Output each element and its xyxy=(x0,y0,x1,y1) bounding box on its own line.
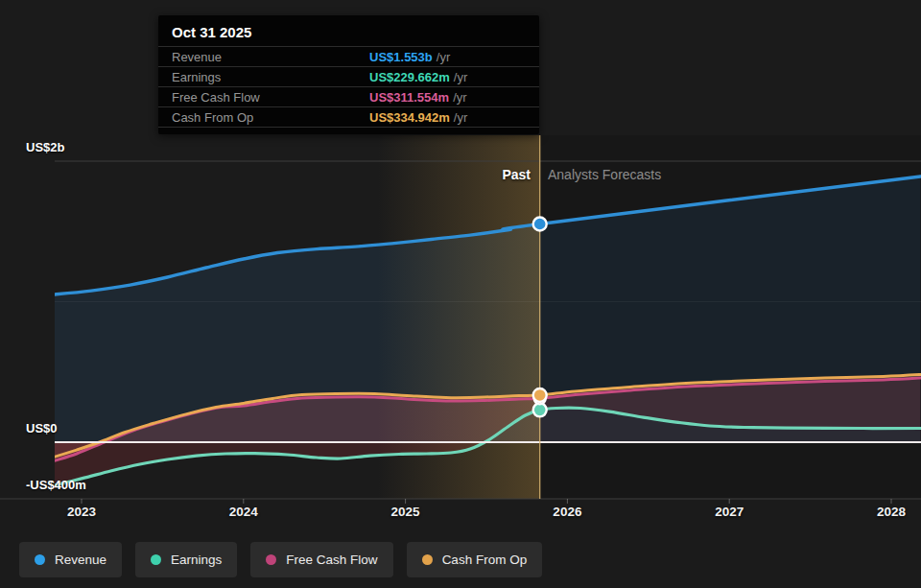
chart-tooltip: Oct 31 2025 RevenueUS$1.553b/yrEarningsU… xyxy=(158,15,539,134)
tooltip-row-label: Earnings xyxy=(172,70,369,84)
x-axis-tick-label: 2023 xyxy=(67,505,96,519)
tooltip-row: Cash From OpUS$334.942m/yr xyxy=(158,106,539,128)
legend-dot-icon xyxy=(422,554,433,565)
legend-item-free-cash-flow[interactable]: Free Cash Flow xyxy=(250,542,392,577)
x-axis-tick-label: 2025 xyxy=(391,505,420,519)
x-axis-tick-label: 2024 xyxy=(229,505,258,519)
tooltip-row-unit: /yr xyxy=(454,70,467,84)
tooltip-row: Free Cash FlowUS$311.554m/yr xyxy=(158,86,539,106)
tooltip-date-title: Oct 31 2025 xyxy=(158,15,539,46)
forecast-zone-label: Analysts Forecasts xyxy=(548,167,661,182)
legend-item-label: Earnings xyxy=(171,553,222,567)
legend-item-cash-from-op[interactable]: Cash From Op xyxy=(407,542,543,577)
y-axis-tick-label: US$2b xyxy=(26,140,64,154)
tooltip-row-label: Cash From Op xyxy=(172,110,369,125)
y-axis-tick-label: -US$400m xyxy=(26,478,86,492)
tooltip-row-unit: /yr xyxy=(453,90,466,105)
legend-item-earnings[interactable]: Earnings xyxy=(135,542,237,577)
x-axis-tick-label: 2028 xyxy=(877,505,906,519)
x-axis-tick-label: 2027 xyxy=(715,505,744,519)
legend-item-revenue[interactable]: Revenue xyxy=(19,542,122,577)
tooltip-row-value: US$334.942m xyxy=(369,110,450,125)
past-year-band xyxy=(378,135,540,499)
marker-revenue[interactable] xyxy=(533,217,547,230)
forecast-region xyxy=(540,135,921,499)
legend-item-label: Revenue xyxy=(55,553,106,567)
tooltip-row-label: Revenue xyxy=(172,50,369,64)
legend-item-label: Free Cash Flow xyxy=(286,553,377,567)
tooltip-row: RevenueUS$1.553b/yr xyxy=(158,46,539,66)
tooltip-row-value: US$229.662m xyxy=(369,70,450,84)
tooltip-row: EarningsUS$229.662m/yr xyxy=(158,66,539,86)
past-zone-label: Past xyxy=(502,167,531,182)
plot-area xyxy=(54,135,921,499)
chart-legend: RevenueEarningsFree Cash FlowCash From O… xyxy=(19,542,542,577)
tooltip-row-label: Free Cash Flow xyxy=(172,90,369,105)
marker-cash-from-op[interactable] xyxy=(533,388,547,402)
tooltip-row-unit: /yr xyxy=(437,50,450,64)
legend-dot-icon xyxy=(266,554,276,565)
tooltip-row-value: US$311.554m xyxy=(369,90,449,105)
legend-dot-icon xyxy=(151,554,161,565)
tooltip-row-value: US$1.553b xyxy=(369,50,433,64)
x-axis-tick-label: 2026 xyxy=(553,505,581,519)
chart-widget: { "tooltip": { "title": "Oct 31 2025", "… xyxy=(0,0,921,588)
y-axis-tick-label: US$0 xyxy=(26,421,58,435)
tooltip-row-unit: /yr xyxy=(454,110,467,125)
legend-item-label: Cash From Op xyxy=(442,553,528,567)
legend-dot-icon xyxy=(35,554,45,565)
